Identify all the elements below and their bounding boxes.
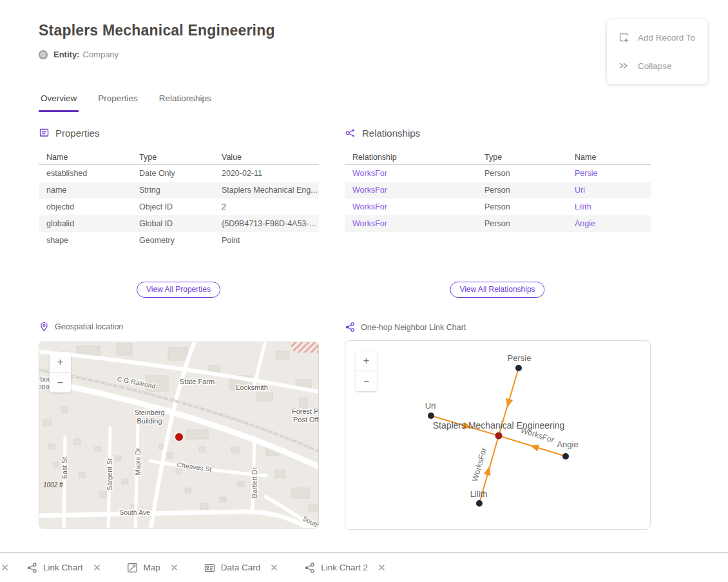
prop-name: objectid — [39, 202, 131, 211]
map-label: State Farm — [180, 378, 215, 385]
map-landmark-area — [289, 342, 319, 353]
view-all-properties-button[interactable]: View All Properties — [137, 282, 220, 298]
prop-type: Object ID — [131, 202, 214, 211]
data-card-page: Staplers Mechanical Engineering Entity: … — [0, 0, 728, 582]
close-icon[interactable] — [93, 564, 101, 571]
rel-type: Person — [477, 202, 567, 211]
map-label: East St — [61, 457, 68, 479]
edge-label: WorksFor — [470, 447, 488, 483]
context-menu: Add Record To Collapse — [607, 19, 707, 84]
relationship-link[interactable]: WorksFor — [345, 202, 477, 211]
bottom-tab-map[interactable]: Map — [127, 563, 178, 573]
map-card: rbour opaedics C G Railroad State Farm L… — [39, 342, 319, 529]
col-name: Name — [39, 153, 131, 162]
relationship-link[interactable]: WorksFor — [345, 186, 477, 195]
menu-item-add-record-to[interactable]: Add Record To — [607, 23, 707, 52]
map-icon — [127, 563, 138, 573]
relationships-icon — [345, 128, 356, 139]
map-scale-text: 1002 ft — [43, 481, 64, 489]
col-name: Name — [567, 153, 651, 162]
map-canvas[interactable]: rbour opaedics C G Railroad State Farm L… — [39, 342, 319, 529]
graph-node-persie[interactable] — [515, 365, 522, 371]
bottom-tab-data-card[interactable]: Data Card — [204, 563, 278, 573]
map-zoom-control: + − — [50, 352, 71, 393]
table-row: objectid Object ID 2 — [39, 199, 319, 215]
map-marker[interactable] — [175, 433, 183, 441]
zoom-in-button[interactable]: + — [356, 351, 377, 371]
rel-type: Person — [477, 169, 567, 178]
bottom-tab-label: Data Card — [221, 563, 261, 572]
relationship-link[interactable]: WorksFor — [345, 219, 477, 228]
geospatial-title: Geospatial location — [55, 322, 123, 331]
data-card-icon — [204, 563, 215, 573]
bottom-tab-link-chart[interactable]: Link Chart — [26, 563, 101, 573]
entity-link[interactable]: Uri — [567, 186, 651, 195]
zoom-out-button[interactable]: − — [50, 373, 71, 393]
close-icon[interactable] — [171, 564, 178, 571]
zoom-in-button[interactable]: + — [50, 352, 71, 372]
table-row: established Date Only 2020-02-11 — [39, 165, 319, 182]
entity-link[interactable]: Lilith — [567, 202, 651, 211]
linkchart-canvas[interactable]: WorksFor WorksFor Staplers Mechanical En… — [345, 341, 651, 530]
link-chart-icon — [345, 322, 355, 332]
map-label: Sargent St — [106, 458, 113, 490]
menu-item-label: Collapse — [638, 61, 672, 71]
map-label: Steinberg — [134, 409, 164, 416]
graph-node-lilith[interactable] — [476, 500, 483, 507]
map-label: Forest Par — [292, 407, 319, 415]
entity-label: Entity: — [53, 50, 79, 59]
table-row: globalid Global ID {5D9B4713-F98D-4A53-.… — [39, 215, 319, 232]
menu-item-label: Add Record To — [638, 33, 695, 43]
node-label: Persie — [508, 353, 532, 363]
entity-link[interactable]: Angie — [567, 219, 651, 228]
col-value: Value — [214, 153, 319, 162]
col-relationship: Relationship — [345, 153, 477, 162]
tab-bar: Overview Properties Relationships — [39, 92, 213, 112]
col-type: Type — [477, 153, 567, 162]
graph-node-uri[interactable] — [428, 412, 434, 419]
prop-value: {5D9B4713-F98D-4A53-... — [214, 219, 319, 228]
relationship-link[interactable]: WorksFor — [345, 169, 477, 178]
properties-icon — [39, 128, 50, 139]
table-header: Relationship Type Name — [345, 150, 651, 165]
menu-item-collapse[interactable]: Collapse — [607, 52, 707, 80]
link-chart-icon — [304, 563, 315, 573]
map-label: Building — [137, 417, 162, 425]
map-label: Maple Dr — [134, 447, 142, 475]
bottom-tab-label: Link Chart — [43, 563, 83, 572]
node-label: Uri — [425, 401, 436, 411]
prop-name: name — [39, 186, 131, 195]
close-icon[interactable] — [1, 564, 8, 571]
table-header: Name Type Value — [39, 150, 319, 165]
entity-value: Company — [82, 50, 119, 59]
map-label: Post Offic — [293, 416, 319, 423]
prop-value: 2 — [214, 202, 319, 211]
graph-node-angie[interactable] — [562, 453, 569, 460]
prop-type: Geometry — [131, 236, 214, 245]
close-icon[interactable] — [271, 564, 278, 571]
view-all-relationships-button[interactable]: View All Relationships — [450, 282, 544, 298]
map-label: South Ave — [119, 509, 150, 516]
entity-link[interactable]: Persie — [567, 169, 651, 178]
tab-properties[interactable]: Properties — [96, 92, 140, 112]
node-label: Lilith — [470, 489, 488, 499]
bottom-tab-link-chart-2[interactable]: Link Chart 2 — [304, 563, 385, 573]
add-record-icon — [618, 32, 629, 43]
linkchart-zoom-control: + − — [356, 351, 377, 391]
table-row: WorksFor Person Angie — [345, 215, 651, 232]
prop-type: Date Only — [131, 169, 214, 178]
prop-type: String — [131, 186, 214, 195]
entity-type-icon — [39, 50, 48, 59]
prop-name: shape — [39, 236, 131, 245]
linkchart-card: WorksFor WorksFor Staplers Mechanical En… — [345, 340, 651, 530]
prop-name: globalid — [39, 219, 131, 228]
tab-relationships[interactable]: Relationships — [157, 92, 213, 112]
tab-overview[interactable]: Overview — [39, 92, 79, 112]
close-icon[interactable] — [378, 564, 385, 571]
graph-node-center[interactable] — [495, 432, 503, 440]
zoom-out-button[interactable]: − — [356, 371, 377, 391]
prop-value: 2020-02-11 — [214, 169, 319, 178]
col-type: Type — [131, 153, 214, 162]
table-row: name String Staplers Mechanical Eng... — [39, 182, 319, 199]
table-row: shape Geometry Point — [39, 232, 319, 249]
